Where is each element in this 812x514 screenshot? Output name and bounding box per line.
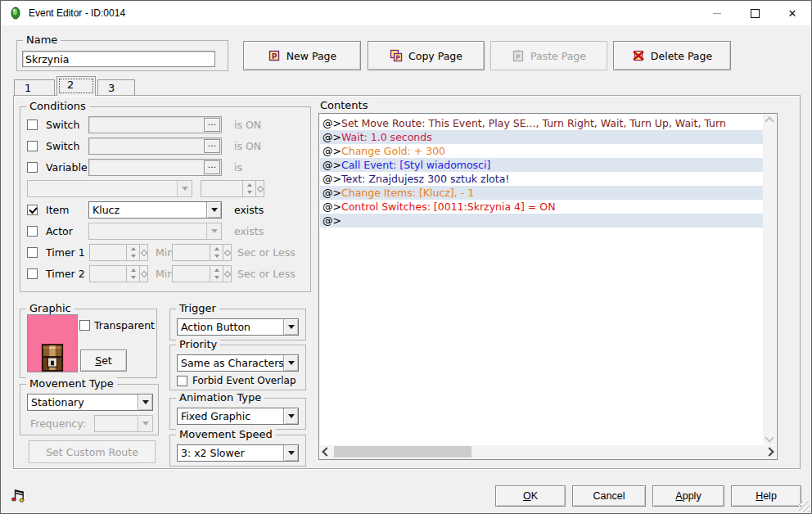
copy-page-button[interactable]: P Copy Page [368,41,485,70]
event-command-line[interactable]: @>Change Items: [Klucz], - 1 [320,186,763,200]
transparent-label: Transparent [94,319,155,331]
switch2-browse-button[interactable]: ... [204,139,220,153]
scroll-up-button[interactable] [763,115,776,128]
tab-page-3[interactable]: 3 [97,79,135,96]
resize-grip[interactable] [799,501,810,512]
treasure-chest-sprite [40,344,65,372]
switch1-browse-button[interactable]: ... [204,118,220,132]
frequency-value [95,416,138,431]
maximize-button[interactable] [736,1,774,25]
event-command-line[interactable]: @> [320,214,763,228]
music-notes-icon [11,487,27,503]
variable-compare-combo [27,180,192,197]
actor-checkbox[interactable] [27,226,38,237]
chevron-down-icon [288,451,295,455]
new-page-label: New Page [286,50,337,62]
timer1-min-label: Min [156,246,174,259]
dropdown-button[interactable] [138,395,152,410]
chevron-down-icon [142,422,149,426]
dropdown-button[interactable] [206,202,221,218]
timer2-label: Timer 2 [46,268,85,280]
new-page-icon: P [268,49,281,62]
new-page-button[interactable]: P New Page [243,41,361,70]
movement-type-combo[interactable]: Stationary [27,394,153,411]
transparent-checkbox[interactable] [79,320,90,331]
horizontal-scrollbar[interactable] [320,445,776,458]
scroll-right-button[interactable] [763,445,776,458]
name-group-label: Name [23,34,61,46]
dropdown-button[interactable] [283,445,298,461]
set-graphic-label: Set [95,354,112,367]
switch1-suffix: is ON [234,119,261,131]
cancel-button[interactable]: Cancel [572,485,646,507]
apply-button[interactable]: Apply [652,485,724,507]
contents-listbox: @>Set Move Route: This Event, Play SE...… [318,113,778,460]
timer1-sec-spinner [172,244,232,261]
chevron-left-icon [322,447,331,456]
movement-speed-groupbox: Movement Speed 3: x2 Slower [169,435,306,467]
graphic-preview[interactable] [27,314,78,372]
priority-combo[interactable]: Same as Characters [177,354,299,372]
dropdown-button [138,416,152,431]
movement-type-title: Movement Type [26,377,117,390]
event-command-line[interactable]: @>Text: Znajdujesz 300 sztuk zlota! [320,172,763,186]
actor-suffix: exists [234,225,264,237]
variable-checkbox[interactable] [27,162,38,173]
svg-text:P: P [271,52,277,61]
dropdown-button [177,181,192,196]
event-command-line[interactable]: @>Change Gold: + 300 [320,144,763,158]
spin-down-button [243,189,255,197]
scroll-down-button[interactable] [763,431,776,444]
frequency-label: Frequency: [30,417,86,430]
animation-type-groupbox: Animation Type Fixed Graphic [169,398,306,430]
ok-label: OK [523,490,538,502]
delete-page-icon [632,49,645,62]
set-graphic-button[interactable]: Set [80,349,127,372]
ok-button[interactable]: OK [495,485,566,507]
help-button[interactable]: Help [731,485,801,507]
movement-type-value: Stationary [28,395,138,410]
timer1-checkbox[interactable] [27,247,38,258]
movement-speed-combo[interactable]: 3: x2 Slower [177,444,299,462]
clipboard-paste-icon: P [512,49,525,62]
dropdown-button[interactable] [283,408,298,424]
animation-type-title: Animation Type [176,391,264,404]
switch1-checkbox[interactable] [27,119,38,130]
timer2-checkbox[interactable] [27,268,38,279]
switch2-checkbox[interactable] [27,141,38,151]
tab-page-2[interactable]: 2 [56,76,96,96]
horizontal-scroll-thumb[interactable] [334,446,471,458]
animation-type-combo[interactable]: Fixed Graphic [177,408,299,425]
event-command-line[interactable]: @>Call Event: [Styl wiadomosci] [320,158,763,172]
scroll-left-button[interactable] [320,445,333,458]
event-page-panel: Conditions Switch ... is ON Switch ... i… [13,95,801,469]
switch1-field: ... [88,116,222,133]
close-button[interactable]: ✕ [774,1,811,25]
dropdown-button[interactable] [283,319,298,335]
event-command-line[interactable]: @>Wait: 1.0 seconds [320,130,763,144]
chevron-down-icon [765,433,774,442]
contents-title: Contents [320,99,368,111]
trigger-combo[interactable]: Action Button [177,318,299,336]
variable-browse-button[interactable]: ... [204,160,220,174]
tab-page-1[interactable]: 1 [14,79,55,96]
titlebar: Event Editor - ID:0014 ✕ [1,1,811,25]
chevron-down-icon [288,325,295,329]
item-combo[interactable]: Klucz [88,201,222,219]
delete-page-button[interactable]: Delete Page [613,41,731,70]
event-name-input[interactable] [22,51,215,67]
item-checkbox[interactable] [27,205,38,215]
event-command-line[interactable]: @>Control Switches: [0011:Skrzynia 4] = … [320,200,763,214]
paste-page-label: Paste Page [530,50,586,62]
forbid-overlap-checkbox[interactable] [177,376,187,386]
timer1-min-spinner [89,244,148,261]
checkmark-icon [29,205,37,214]
vertical-scrollbar[interactable] [763,115,776,444]
dropdown-button[interactable] [283,355,298,371]
variable-amount-spinner [201,180,264,197]
variable-compare-value [28,181,177,196]
item-combo-value: Klucz [89,202,206,218]
event-command-line[interactable]: @>Set Move Route: This Event, Play SE...… [320,116,763,130]
minimize-button[interactable] [698,1,736,25]
spinner-handle [255,181,264,196]
